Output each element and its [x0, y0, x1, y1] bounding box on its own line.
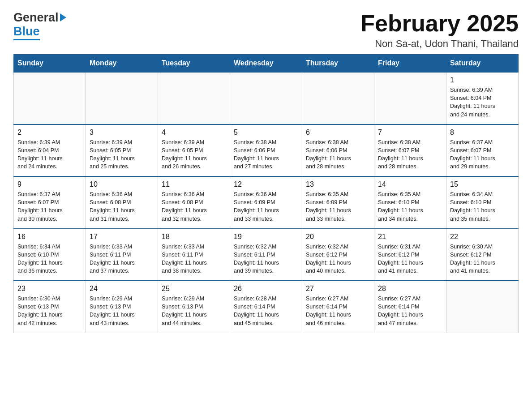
- calendar-cell: 25Sunrise: 6:29 AM Sunset: 6:13 PM Dayli…: [158, 281, 230, 333]
- day-number: 7: [378, 128, 442, 137]
- day-number: 22: [450, 233, 515, 241]
- day-number: 1: [450, 76, 515, 84]
- day-info: Sunrise: 6:34 AM Sunset: 6:10 PM Dayligh…: [17, 243, 82, 275]
- day-info: Sunrise: 6:38 AM Sunset: 6:06 PM Dayligh…: [306, 138, 370, 171]
- calendar-week-row: 16Sunrise: 6:34 AM Sunset: 6:10 PM Dayli…: [14, 229, 519, 281]
- day-number: 26: [234, 285, 298, 293]
- day-number: 20: [306, 233, 370, 241]
- calendar-cell: 11Sunrise: 6:36 AM Sunset: 6:08 PM Dayli…: [158, 176, 230, 229]
- calendar-cell: 10Sunrise: 6:36 AM Sunset: 6:08 PM Dayli…: [86, 176, 158, 229]
- day-info: Sunrise: 6:39 AM Sunset: 6:05 PM Dayligh…: [162, 138, 226, 171]
- calendar-cell: 5Sunrise: 6:38 AM Sunset: 6:06 PM Daylig…: [230, 124, 302, 177]
- day-info: Sunrise: 6:36 AM Sunset: 6:09 PM Dayligh…: [234, 190, 298, 223]
- day-info: Sunrise: 6:37 AM Sunset: 6:07 PM Dayligh…: [450, 138, 515, 171]
- calendar-cell: [446, 281, 519, 333]
- calendar-cell: 18Sunrise: 6:33 AM Sunset: 6:11 PM Dayli…: [158, 229, 230, 281]
- calendar-cell: 14Sunrise: 6:35 AM Sunset: 6:10 PM Dayli…: [374, 176, 446, 229]
- day-info: Sunrise: 6:35 AM Sunset: 6:09 PM Dayligh…: [306, 190, 370, 223]
- calendar-cell: 28Sunrise: 6:27 AM Sunset: 6:14 PM Dayli…: [374, 281, 446, 333]
- calendar-cell: [14, 72, 86, 124]
- calendar-cell: 7Sunrise: 6:38 AM Sunset: 6:07 PM Daylig…: [374, 124, 446, 177]
- day-number: 8: [450, 128, 515, 137]
- logo-blue-text: Blue: [13, 25, 40, 40]
- day-info: Sunrise: 6:28 AM Sunset: 6:14 PM Dayligh…: [234, 295, 298, 327]
- day-info: Sunrise: 6:32 AM Sunset: 6:11 PM Dayligh…: [234, 243, 298, 275]
- calendar-cell: [374, 72, 446, 124]
- calendar-cell: 26Sunrise: 6:28 AM Sunset: 6:14 PM Dayli…: [230, 281, 302, 333]
- day-number: 10: [90, 180, 154, 188]
- calendar-cell: 4Sunrise: 6:39 AM Sunset: 6:05 PM Daylig…: [158, 124, 230, 177]
- col-friday: Friday: [374, 55, 446, 73]
- day-number: 24: [90, 285, 154, 293]
- day-number: 19: [234, 233, 298, 241]
- calendar-cell: 3Sunrise: 6:39 AM Sunset: 6:05 PM Daylig…: [86, 124, 158, 177]
- day-number: 4: [162, 128, 226, 137]
- calendar-cell: 16Sunrise: 6:34 AM Sunset: 6:10 PM Dayli…: [14, 229, 86, 281]
- day-info: Sunrise: 6:37 AM Sunset: 6:07 PM Dayligh…: [17, 190, 82, 223]
- title-block: February 2025 Non Sa-at, Udon Thani, Tha…: [360, 11, 519, 50]
- calendar-cell: 2Sunrise: 6:39 AM Sunset: 6:04 PM Daylig…: [14, 124, 86, 177]
- calendar-cell: [302, 72, 374, 124]
- col-sunday: Sunday: [14, 55, 86, 73]
- day-number: 13: [306, 180, 370, 188]
- day-info: Sunrise: 6:33 AM Sunset: 6:11 PM Dayligh…: [162, 243, 226, 275]
- page-subtitle: Non Sa-at, Udon Thani, Thailand: [360, 38, 519, 50]
- day-number: 12: [234, 180, 298, 188]
- day-number: 3: [90, 128, 154, 137]
- calendar-cell: 8Sunrise: 6:37 AM Sunset: 6:07 PM Daylig…: [446, 124, 519, 177]
- day-number: 11: [162, 180, 226, 188]
- day-info: Sunrise: 6:30 AM Sunset: 6:13 PM Dayligh…: [17, 295, 82, 327]
- calendar-cell: 15Sunrise: 6:34 AM Sunset: 6:10 PM Dayli…: [446, 176, 519, 229]
- calendar-cell: 22Sunrise: 6:30 AM Sunset: 6:12 PM Dayli…: [446, 229, 519, 281]
- day-number: 25: [162, 285, 226, 293]
- day-number: 16: [17, 233, 82, 241]
- day-info: Sunrise: 6:32 AM Sunset: 6:12 PM Dayligh…: [306, 243, 370, 275]
- calendar-cell: 19Sunrise: 6:32 AM Sunset: 6:11 PM Dayli…: [230, 229, 302, 281]
- day-info: Sunrise: 6:34 AM Sunset: 6:10 PM Dayligh…: [450, 190, 515, 223]
- col-wednesday: Wednesday: [230, 55, 302, 73]
- day-info: Sunrise: 6:27 AM Sunset: 6:14 PM Dayligh…: [306, 295, 370, 327]
- calendar-cell: [158, 72, 230, 124]
- day-info: Sunrise: 6:36 AM Sunset: 6:08 PM Dayligh…: [90, 190, 154, 223]
- day-number: 6: [306, 128, 370, 137]
- day-number: 17: [90, 233, 154, 241]
- calendar-table: Sunday Monday Tuesday Wednesday Thursday…: [13, 54, 519, 333]
- calendar-week-row: 1Sunrise: 6:39 AM Sunset: 6:04 PM Daylig…: [14, 72, 519, 124]
- page-title: February 2025: [360, 11, 519, 36]
- logo-general-text: General: [13, 11, 59, 25]
- col-tuesday: Tuesday: [158, 55, 230, 73]
- day-info: Sunrise: 6:39 AM Sunset: 6:05 PM Dayligh…: [90, 138, 154, 171]
- day-info: Sunrise: 6:39 AM Sunset: 6:04 PM Dayligh…: [17, 138, 82, 171]
- calendar-week-row: 9Sunrise: 6:37 AM Sunset: 6:07 PM Daylig…: [14, 176, 519, 229]
- day-number: 21: [378, 233, 442, 241]
- day-number: 18: [162, 233, 226, 241]
- day-info: Sunrise: 6:39 AM Sunset: 6:04 PM Dayligh…: [450, 86, 515, 119]
- day-number: 9: [17, 180, 82, 188]
- calendar-cell: 12Sunrise: 6:36 AM Sunset: 6:09 PM Dayli…: [230, 176, 302, 229]
- calendar-cell: 17Sunrise: 6:33 AM Sunset: 6:11 PM Dayli…: [86, 229, 158, 281]
- calendar-cell: 6Sunrise: 6:38 AM Sunset: 6:06 PM Daylig…: [302, 124, 374, 177]
- day-info: Sunrise: 6:27 AM Sunset: 6:14 PM Dayligh…: [378, 295, 442, 327]
- col-thursday: Thursday: [302, 55, 374, 73]
- header: General Blue February 2025 Non Sa-at, Ud…: [13, 11, 519, 50]
- logo-triangle-icon: [60, 13, 66, 21]
- day-info: Sunrise: 6:35 AM Sunset: 6:10 PM Dayligh…: [378, 190, 442, 223]
- day-number: 27: [306, 285, 370, 293]
- calendar-week-row: 2Sunrise: 6:39 AM Sunset: 6:04 PM Daylig…: [14, 124, 519, 177]
- day-info: Sunrise: 6:29 AM Sunset: 6:13 PM Dayligh…: [90, 295, 154, 327]
- day-number: 2: [17, 128, 82, 137]
- calendar-cell: 13Sunrise: 6:35 AM Sunset: 6:09 PM Dayli…: [302, 176, 374, 229]
- page: General Blue February 2025 Non Sa-at, Ud…: [0, 0, 532, 342]
- day-number: 28: [378, 285, 442, 293]
- day-number: 14: [378, 180, 442, 188]
- calendar-cell: 23Sunrise: 6:30 AM Sunset: 6:13 PM Dayli…: [14, 281, 86, 333]
- day-info: Sunrise: 6:33 AM Sunset: 6:11 PM Dayligh…: [90, 243, 154, 275]
- day-number: 15: [450, 180, 515, 188]
- day-number: 5: [234, 128, 298, 137]
- calendar-cell: 27Sunrise: 6:27 AM Sunset: 6:14 PM Dayli…: [302, 281, 374, 333]
- calendar-cell: 21Sunrise: 6:31 AM Sunset: 6:12 PM Dayli…: [374, 229, 446, 281]
- calendar-header: Sunday Monday Tuesday Wednesday Thursday…: [14, 55, 519, 73]
- col-monday: Monday: [86, 55, 158, 73]
- calendar-header-row: Sunday Monday Tuesday Wednesday Thursday…: [14, 55, 519, 73]
- calendar-cell: 9Sunrise: 6:37 AM Sunset: 6:07 PM Daylig…: [14, 176, 86, 229]
